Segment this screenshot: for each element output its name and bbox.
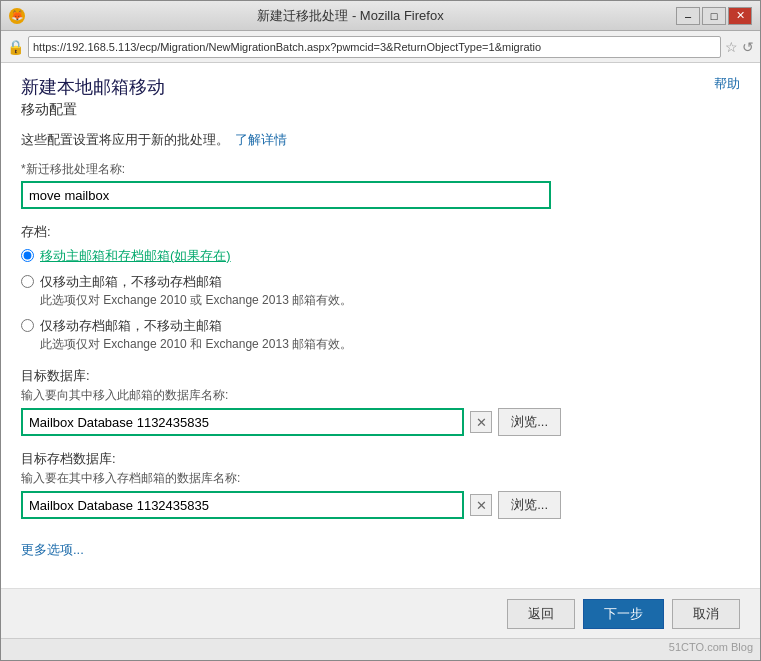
target-db-label: 目标数据库: bbox=[21, 367, 740, 385]
content-area: 新建本地邮箱移动 移动配置 帮助 这些配置设置将应用于新的批处理。 了解详情 *… bbox=[1, 63, 760, 638]
target-db-input[interactable] bbox=[21, 408, 464, 436]
window-title: 新建迁移批处理 - Mozilla Firefox bbox=[25, 7, 676, 25]
radio-option-3: 仅移动存档邮箱，不移动主邮箱 此选项仅对 Exchange 2010 和 Exc… bbox=[21, 317, 740, 353]
page-title: 新建本地邮箱移动 bbox=[21, 75, 165, 99]
radio-label-2[interactable]: 仅移动主邮箱，不移动存档邮箱 bbox=[40, 273, 352, 291]
star-icon[interactable]: ☆ bbox=[725, 39, 738, 55]
target-archive-db-browse-button[interactable]: 浏览... bbox=[498, 491, 561, 519]
radio-label-3[interactable]: 仅移动存档邮箱，不移动主邮箱 bbox=[40, 317, 352, 335]
footer: 返回 下一步 取消 bbox=[1, 588, 760, 638]
radio-option-2: 仅移动主邮箱，不移动存档邮箱 此选项仅对 Exchange 2010 或 Exc… bbox=[21, 273, 740, 309]
batch-name-label: *新迁移批处理名称: bbox=[21, 161, 740, 178]
target-db-hint: 输入要向其中移入此邮箱的数据库名称: bbox=[21, 387, 740, 404]
radio-option-1: 移动主邮箱和存档邮箱(如果存在) bbox=[21, 247, 740, 265]
address-bar: 🔒 ☆ ↺ bbox=[1, 31, 760, 63]
radio-label-1[interactable]: 移动主邮箱和存档邮箱(如果存在) bbox=[40, 247, 231, 265]
target-archive-db-clear-button[interactable]: ✕ bbox=[470, 494, 492, 516]
reload-icon[interactable]: ↺ bbox=[742, 39, 754, 55]
learn-more-link[interactable]: 了解详情 bbox=[235, 131, 287, 149]
browser-window: 🦊 新建迁移批处理 - Mozilla Firefox – □ ✕ 🔒 ☆ ↺ … bbox=[0, 0, 761, 661]
window-controls: – □ ✕ bbox=[676, 7, 752, 25]
statusbar bbox=[1, 638, 760, 660]
page-titles: 新建本地邮箱移动 移动配置 bbox=[21, 75, 165, 119]
radio-both[interactable] bbox=[21, 249, 34, 262]
target-db-clear-button[interactable]: ✕ bbox=[470, 411, 492, 433]
lock-icon: 🔒 bbox=[7, 39, 24, 55]
radio-archive-only[interactable] bbox=[21, 319, 34, 332]
target-archive-db-section: 目标存档数据库: 输入要在其中移入存档邮箱的数据库名称: ✕ 浏览... bbox=[21, 450, 740, 519]
browser-icon: 🦊 bbox=[9, 8, 25, 24]
target-archive-db-input-row: ✕ 浏览... bbox=[21, 491, 561, 519]
archive-label: 存档: bbox=[21, 223, 740, 241]
page-subtitle: 移动配置 bbox=[21, 101, 165, 119]
watermark: 51CTO.com Blog bbox=[669, 641, 753, 653]
page-header: 新建本地邮箱移动 移动配置 帮助 bbox=[1, 63, 760, 119]
description-row: 这些配置设置将应用于新的批处理。 了解详情 bbox=[21, 131, 740, 149]
target-archive-db-label: 目标存档数据库: bbox=[21, 450, 740, 468]
target-archive-db-hint: 输入要在其中移入存档邮箱的数据库名称: bbox=[21, 470, 740, 487]
more-options-link[interactable]: 更多选项... bbox=[21, 541, 84, 559]
close-button[interactable]: ✕ bbox=[728, 7, 752, 25]
target-db-section: 目标数据库: 输入要向其中移入此邮箱的数据库名称: ✕ 浏览... bbox=[21, 367, 740, 436]
help-link[interactable]: 帮助 bbox=[714, 75, 740, 93]
back-button[interactable]: 返回 bbox=[507, 599, 575, 629]
next-button[interactable]: 下一步 bbox=[583, 599, 664, 629]
archive-section: 存档: 移动主邮箱和存档邮箱(如果存在) 仅移动主邮箱，不移动存档邮箱 此选项仅… bbox=[21, 223, 740, 353]
minimize-button[interactable]: – bbox=[676, 7, 700, 25]
target-db-input-row: ✕ 浏览... bbox=[21, 408, 561, 436]
radio-primary-only[interactable] bbox=[21, 275, 34, 288]
maximize-button[interactable]: □ bbox=[702, 7, 726, 25]
description-text: 这些配置设置将应用于新的批处理。 bbox=[21, 131, 229, 149]
titlebar: 🦊 新建迁移批处理 - Mozilla Firefox – □ ✕ bbox=[1, 1, 760, 31]
url-input[interactable] bbox=[28, 36, 721, 58]
batch-name-input[interactable] bbox=[21, 181, 551, 209]
radio-sublabel-3: 此选项仅对 Exchange 2010 和 Exchange 2013 邮箱有效… bbox=[40, 336, 352, 353]
radio-sublabel-2: 此选项仅对 Exchange 2010 或 Exchange 2013 邮箱有效… bbox=[40, 292, 352, 309]
batch-name-field: *新迁移批处理名称: bbox=[21, 161, 740, 209]
cancel-button[interactable]: 取消 bbox=[672, 599, 740, 629]
target-db-browse-button[interactable]: 浏览... bbox=[498, 408, 561, 436]
page-body: 这些配置设置将应用于新的批处理。 了解详情 *新迁移批处理名称: 存档: 移动主… bbox=[1, 119, 760, 588]
target-archive-db-input[interactable] bbox=[21, 491, 464, 519]
